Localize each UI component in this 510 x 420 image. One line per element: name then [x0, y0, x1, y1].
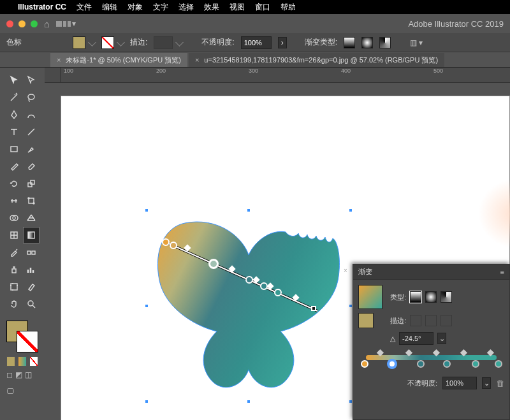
stop-opacity-dropdown-icon[interactable]: ⌄: [482, 377, 491, 389]
menu-object[interactable]: 对象: [127, 2, 143, 13]
panel-menu-icon[interactable]: ≡: [500, 268, 504, 276]
gradient-freeform-icon[interactable]: [441, 291, 452, 303]
gradient-tool[interactable]: [24, 228, 39, 243]
ruler-tick: 300: [249, 68, 258, 74]
menu-type[interactable]: 文字: [153, 2, 168, 13]
gradient-stop-selected-icon[interactable]: [208, 259, 219, 269]
menu-select[interactable]: 选择: [178, 2, 194, 13]
opacity-dropdown-icon[interactable]: ›: [278, 37, 287, 48]
window-zoom-icon[interactable]: [31, 20, 38, 27]
line-tool[interactable]: [24, 124, 39, 140]
arrange-documents-icon[interactable]: ▾: [56, 19, 76, 28]
close-icon[interactable]: ×: [57, 56, 61, 64]
gradient-stop-icon[interactable]: [274, 289, 282, 296]
eyedropper-tool[interactable]: [6, 245, 22, 260]
selection-tool[interactable]: [6, 73, 22, 88]
document-tab-1[interactable]: × 未标题-1* @ 50% (CMYK/GPU 预览): [50, 53, 187, 67]
last-gradient-swatch[interactable]: [18, 356, 27, 366]
stroke-weight-dropdown-icon[interactable]: [175, 38, 184, 47]
stop-opacity-field[interactable]: 100%: [442, 377, 477, 389]
stroke-dropdown-icon[interactable]: [117, 38, 125, 47]
symbol-sprayer-tool[interactable]: [6, 262, 22, 277]
column-graph-tool[interactable]: [24, 262, 39, 277]
rotate-tool[interactable]: [6, 176, 22, 191]
none-swatch[interactable]: [29, 356, 38, 366]
selected-object[interactable]: [147, 210, 351, 402]
direct-selection-tool[interactable]: [24, 73, 39, 88]
edit-gradient-icon[interactable]: ▥ ▾: [410, 38, 423, 47]
app-name[interactable]: Illustrator CC: [18, 3, 66, 11]
gradient-radial-icon[interactable]: [361, 37, 373, 48]
draw-inside-icon[interactable]: ◫: [25, 370, 32, 379]
zoom-tool[interactable]: [24, 296, 39, 312]
ruler-origin[interactable]: [45, 68, 61, 83]
shape-builder-tool[interactable]: [6, 210, 22, 226]
menu-effect[interactable]: 效果: [204, 2, 219, 13]
gradient-stop-icon[interactable]: [443, 360, 451, 368]
last-color-swatch[interactable]: [6, 356, 15, 366]
gradient-freeform-icon[interactable]: [379, 37, 391, 48]
panel-collapse-icon[interactable]: ×: [344, 267, 347, 274]
menu-view[interactable]: 视图: [229, 2, 245, 13]
free-transform-tool[interactable]: [24, 193, 39, 208]
menu-window[interactable]: 窗口: [255, 2, 270, 13]
gradient-stop-icon[interactable]: [361, 360, 368, 368]
gradient-stop-icon[interactable]: [417, 360, 425, 368]
opacity-field[interactable]: 100%: [241, 36, 272, 49]
gradient-stop-icon[interactable]: [495, 360, 502, 368]
magic-wand-tool[interactable]: [6, 90, 22, 105]
screen-mode-icon[interactable]: 🖵: [6, 387, 14, 396]
stroke-swatch[interactable]: [101, 36, 114, 49]
paintbrush-tool[interactable]: [24, 141, 39, 157]
gradient-angle-field[interactable]: -24.5°: [399, 332, 433, 345]
close-icon[interactable]: ×: [195, 56, 199, 64]
home-icon[interactable]: ⌂: [44, 18, 50, 29]
window-close-icon[interactable]: [6, 20, 13, 27]
mesh-tool[interactable]: [6, 228, 22, 243]
ruler-horizontal[interactable]: 100 200 300 400 500: [61, 68, 510, 83]
butterfly-shape[interactable]: [147, 210, 351, 402]
menu-edit[interactable]: 编辑: [102, 2, 117, 13]
gradient-stop-icon[interactable]: [245, 276, 253, 284]
draw-normal-icon[interactable]: ◻: [6, 370, 13, 379]
fill-swatch[interactable]: [73, 36, 85, 49]
gradient-slider[interactable]: [360, 351, 503, 370]
width-tool[interactable]: [6, 193, 22, 208]
panel-tab-gradient[interactable]: 渐变: [358, 267, 372, 277]
eraser-tool[interactable]: [24, 159, 39, 174]
menu-file[interactable]: 文件: [76, 2, 92, 13]
gradient-stop-icon[interactable]: [472, 360, 479, 368]
stroke-weight-field[interactable]: [154, 36, 173, 49]
shaper-tool[interactable]: [6, 159, 22, 174]
gradient-panel[interactable]: × 渐变 ≡ 类型: 描边: △ -24.5° ⌄: [353, 264, 510, 420]
gradient-stop-icon[interactable]: [170, 242, 177, 249]
gradient-end-icon[interactable]: [311, 306, 316, 311]
type-tool[interactable]: [6, 124, 22, 140]
delete-stop-icon[interactable]: 🗑: [496, 379, 504, 388]
curvature-tool[interactable]: [24, 107, 39, 122]
document-tab-2[interactable]: × u=3215458199,1781197903&fm=26&gp=0.jpg…: [189, 53, 444, 67]
gradient-linear-icon[interactable]: [344, 37, 355, 48]
window-minimize-icon[interactable]: [18, 20, 26, 27]
menu-help[interactable]: 帮助: [280, 2, 296, 13]
hand-tool[interactable]: [6, 296, 22, 312]
draw-behind-icon[interactable]: ◩: [15, 370, 22, 379]
gradient-fill-swatch[interactable]: [358, 313, 374, 328]
angle-dropdown-icon[interactable]: ⌄: [437, 333, 446, 344]
rectangle-tool[interactable]: [6, 141, 22, 157]
stroke-color-box[interactable]: [17, 331, 38, 352]
pen-tool[interactable]: [6, 107, 22, 122]
gradient-preview-swatch[interactable]: [358, 285, 382, 309]
gradient-radial-icon[interactable]: [425, 291, 437, 303]
gradient-stop-selected-icon[interactable]: [388, 360, 396, 368]
fill-dropdown-icon[interactable]: [88, 38, 96, 47]
blend-tool[interactable]: [24, 245, 39, 260]
gradient-stop-icon[interactable]: [162, 238, 170, 246]
perspective-grid-tool[interactable]: [24, 210, 39, 226]
gradient-linear-icon[interactable]: [410, 291, 421, 303]
artboard-tool[interactable]: [6, 279, 22, 294]
scale-tool[interactable]: [24, 176, 39, 191]
lasso-tool[interactable]: [24, 90, 39, 105]
slice-tool[interactable]: [24, 279, 39, 294]
fill-stroke-control[interactable]: [6, 321, 38, 352]
